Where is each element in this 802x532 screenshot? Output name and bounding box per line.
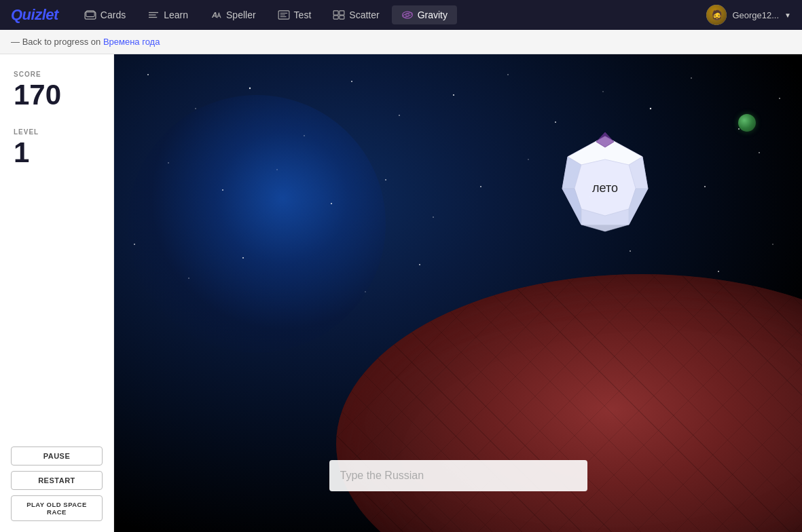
nav-item-gravity[interactable]: Gravity [392, 5, 457, 24]
nav-item-scatter[interactable]: Scatter [323, 5, 388, 24]
svg-rect-11 [333, 11, 338, 15]
restart-button[interactable]: RESTART [11, 471, 103, 490]
gem-word: лето [592, 181, 618, 195]
nav-item-learn[interactable]: Learn [138, 5, 198, 24]
sidebar: SCORE 170 LEVEL 1 PAUSE RESTART PLAY OLD… [0, 54, 114, 532]
breadcrumb-set-link[interactable]: Времена года [103, 37, 160, 47]
russian-input[interactable] [329, 460, 587, 491]
gem-container: лето [551, 129, 659, 238]
username: George12... [732, 10, 779, 20]
svg-rect-13 [333, 16, 338, 19]
pause-button[interactable]: PAUSE [11, 446, 103, 466]
score-section: SCORE 170 [14, 71, 100, 109]
svg-rect-12 [340, 11, 344, 15]
logo[interactable]: Quizlet [11, 6, 58, 24]
gem-shape: лето [554, 131, 656, 236]
svg-rect-0 [85, 12, 96, 20]
nav-item-test[interactable]: Test [268, 5, 321, 24]
cards-icon [84, 10, 96, 20]
level-label: LEVEL [14, 128, 100, 136]
nebula [128, 95, 386, 353]
level-section: LEVEL 1 [14, 128, 100, 167]
svg-rect-14 [340, 16, 344, 19]
nav-item-cards[interactable]: Cards [75, 5, 135, 24]
breadcrumb-back-text: Back to progress on [22, 37, 101, 47]
small-planet [738, 114, 756, 132]
nav-items: Cards Learn A Speller [75, 5, 707, 24]
svg-point-17 [405, 14, 409, 17]
breadcrumb: — Back to progress on Времена года [0, 30, 802, 54]
score-value: 170 [14, 81, 100, 109]
gravity-icon [401, 10, 414, 20]
scatter-icon [333, 10, 345, 20]
game-area: лето [114, 54, 802, 532]
chevron-down-icon: ▼ [784, 12, 791, 19]
svg-text:A: A [211, 11, 217, 19]
input-area [329, 460, 587, 491]
test-icon [278, 10, 290, 20]
user-menu[interactable]: 🧔 George12... ▼ [706, 5, 791, 25]
breadcrumb-arrow: — [11, 37, 20, 47]
learn-icon [147, 10, 160, 20]
speller-icon: A [210, 10, 222, 20]
main-area: SCORE 170 LEVEL 1 PAUSE RESTART PLAY OLD… [0, 54, 802, 532]
score-label: SCORE [14, 71, 100, 78]
space-race-button[interactable]: PLAY OLD SPACE RACE [11, 495, 103, 521]
avatar: 🧔 [706, 5, 727, 25]
nav-item-speller[interactable]: A Speller [200, 5, 266, 24]
top-navigation: Quizlet Cards Learn A Speller [0, 0, 802, 30]
level-value: 1 [14, 138, 100, 167]
